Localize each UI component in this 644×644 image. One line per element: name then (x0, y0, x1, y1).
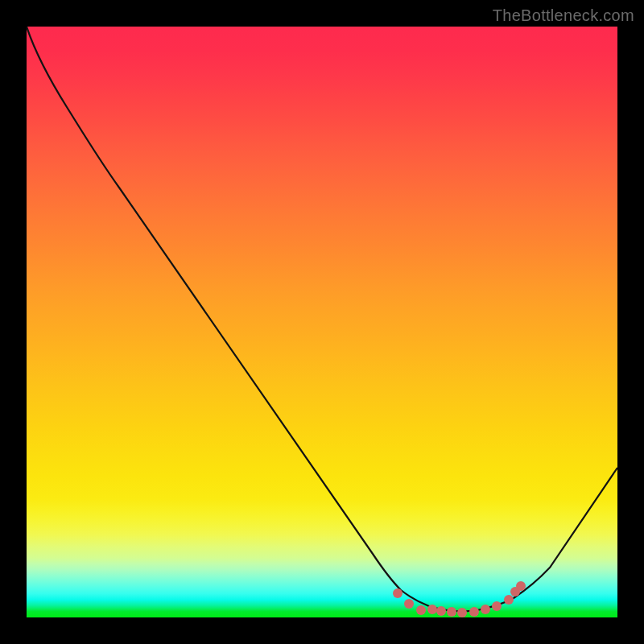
bottleneck-curve-path (27, 27, 617, 611)
chart-plot-area (27, 27, 617, 617)
curve-svg (27, 27, 617, 617)
watermark-text: TheBottleneck.com (493, 6, 634, 25)
